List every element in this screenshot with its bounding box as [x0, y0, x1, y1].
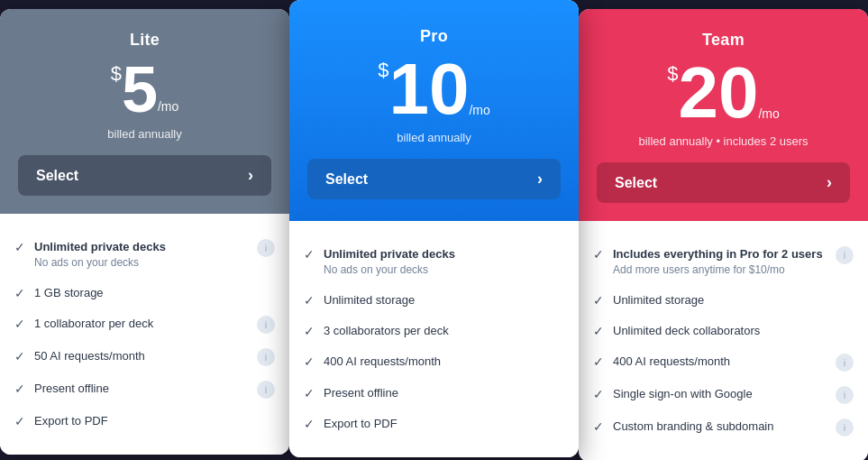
feature-item: ✓ Includes everything in Pro for 2 users… — [593, 239, 854, 285]
checkmark-icon: ✓ — [14, 317, 25, 331]
plan-name-pro: Pro — [307, 27, 561, 46]
feature-item: ✓ Unlimited deck collaborators — [593, 316, 854, 346]
checkmark-icon: ✓ — [14, 414, 25, 428]
checkmark-icon: ✓ — [593, 419, 604, 434]
arrow-icon-pro: › — [537, 170, 543, 189]
checkmark-icon: ✓ — [593, 387, 604, 401]
feature-item: ✓ Unlimited private decksNo ads on your … — [304, 239, 564, 285]
select-button-pro[interactable]: Select › — [307, 159, 561, 199]
info-icon[interactable]: i — [836, 246, 854, 264]
info-icon[interactable]: i — [836, 419, 854, 437]
info-icon[interactable]: i — [257, 239, 275, 257]
plan-card-lite: Lite $ 5 /mo billed annually Select › ✓ … — [0, 9, 289, 455]
select-label-lite: Select — [36, 168, 78, 184]
plan-name-team: Team — [597, 31, 850, 50]
plan-price-team: $ 20 /mo — [597, 57, 850, 129]
checkmark-icon: ✓ — [593, 354, 604, 369]
plan-billing-pro: billed annually — [307, 131, 561, 144]
price-amount-lite: 5 — [122, 57, 158, 122]
checkmark-icon: ✓ — [593, 293, 604, 308]
price-period-pro: /mo — [469, 104, 489, 116]
price-dollar-pro: $ — [378, 60, 388, 80]
info-icon[interactable]: i — [257, 316, 275, 334]
feature-item: ✓ Unlimited private decksNo ads on your … — [14, 232, 275, 278]
checkmark-icon: ✓ — [304, 354, 315, 369]
checkmark-icon: ✓ — [304, 293, 315, 308]
price-amount-team: 20 — [678, 57, 758, 129]
feature-item: ✓ 400 AI requests/month i — [593, 346, 854, 379]
checkmark-icon: ✓ — [14, 240, 25, 254]
feature-item: ✓ Single sign-on with Google i — [593, 379, 854, 411]
plan-name-lite: Lite — [18, 31, 271, 50]
feature-item: ✓ Unlimited storage — [304, 285, 564, 316]
plan-header-team: Team $ 20 /mo billed annually • includes… — [579, 9, 868, 221]
arrow-icon-lite: › — [248, 166, 253, 185]
checkmark-icon: ✓ — [14, 286, 25, 300]
price-period-lite: /mo — [158, 100, 178, 113]
checkmark-icon: ✓ — [14, 349, 25, 363]
plan-price-lite: $ 5 /mo — [18, 57, 271, 122]
feature-item: ✓ 400 AI requests/month — [304, 346, 564, 377]
price-amount-pro: 10 — [388, 53, 469, 125]
feature-item: ✓ 50 AI requests/month i — [14, 341, 275, 373]
select-label-team: Select — [615, 175, 657, 191]
price-dollar-team: $ — [667, 64, 678, 84]
checkmark-icon: ✓ — [304, 247, 315, 262]
feature-item: ✓ 1 GB storage — [14, 278, 275, 308]
plan-billing-team: billed annually • includes 2 users — [597, 134, 850, 148]
select-label-pro: Select — [325, 171, 368, 188]
checkmark-icon: ✓ — [304, 386, 315, 400]
plan-features-lite: ✓ Unlimited private decksNo ads on your … — [0, 214, 289, 455]
feature-item: ✓ Custom branding & subdomain i — [593, 411, 854, 444]
price-dollar-lite: $ — [111, 64, 122, 84]
checkmark-icon: ✓ — [593, 247, 604, 262]
checkmark-icon: ✓ — [304, 417, 315, 431]
feature-item: ✓ 1 collaborator per deck i — [14, 308, 275, 341]
plan-header-lite: Lite $ 5 /mo billed annually Select › — [0, 9, 289, 214]
plans-container: Lite $ 5 /mo billed annually Select › ✓ … — [0, 0, 868, 460]
plan-header-pro: Pro $ 10 /mo billed annually Select › — [289, 0, 579, 221]
feature-item: ✓ Present offline — [304, 378, 564, 409]
info-icon[interactable]: i — [836, 354, 854, 372]
checkmark-icon: ✓ — [593, 324, 604, 338]
arrow-icon-team: › — [827, 173, 832, 192]
feature-item: ✓ Unlimited storage — [593, 285, 854, 316]
feature-item: ✓ Export to PDF — [14, 406, 275, 437]
plan-features-pro: ✓ Unlimited private decksNo ads on your … — [289, 221, 579, 457]
plan-card-team: Team $ 20 /mo billed annually • includes… — [579, 9, 868, 460]
checkmark-icon: ✓ — [14, 382, 25, 396]
feature-item: ✓ Present offline i — [14, 373, 275, 406]
feature-item: ✓ Export to PDF — [304, 409, 564, 439]
select-button-team[interactable]: Select › — [597, 162, 850, 203]
info-icon[interactable]: i — [257, 348, 275, 366]
info-icon[interactable]: i — [257, 381, 275, 399]
plan-billing-lite: billed annually — [18, 127, 271, 141]
select-button-lite[interactable]: Select › — [18, 155, 271, 196]
checkmark-icon: ✓ — [304, 324, 315, 338]
info-icon[interactable]: i — [836, 386, 854, 404]
plan-card-pro: Pro $ 10 /mo billed annually Select › ✓ … — [289, 0, 579, 457]
feature-item: ✓ 3 collaborators per deck — [304, 316, 564, 346]
plan-price-pro: $ 10 /mo — [307, 53, 561, 125]
plan-features-team: ✓ Includes everything in Pro for 2 users… — [579, 221, 868, 460]
price-period-team: /mo — [758, 107, 779, 120]
